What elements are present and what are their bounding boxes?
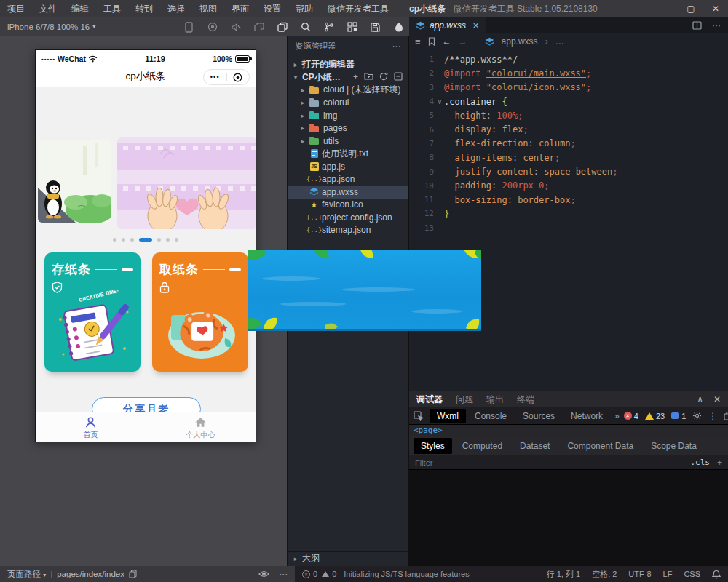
menu-select[interactable]: 选择 bbox=[160, 3, 192, 15]
cursor-position[interactable]: 行 1, 列 1 bbox=[547, 569, 580, 580]
file-project-config[interactable]: project.config.json bbox=[288, 211, 408, 224]
banner-image-main[interactable] bbox=[117, 137, 256, 229]
eye-icon[interactable] bbox=[258, 570, 269, 578]
cls-toggle[interactable]: .cls bbox=[690, 458, 710, 467]
menu-goto[interactable]: 转到 bbox=[128, 3, 160, 15]
error-badge[interactable]: ✕4 bbox=[624, 412, 638, 420]
menu-file[interactable]: 文件 bbox=[32, 3, 64, 15]
close-panel-icon[interactable]: ✕ bbox=[713, 394, 721, 404]
nav-forward-icon[interactable]: → bbox=[459, 36, 467, 47]
devtools-tab-sources[interactable]: Sources bbox=[515, 409, 562, 423]
maximize-button[interactable]: ▢ bbox=[678, 0, 703, 17]
more-menu-button[interactable]: ••• bbox=[204, 73, 226, 81]
inspect-icon[interactable] bbox=[414, 411, 424, 421]
menu-tools[interactable]: 工具 bbox=[96, 3, 128, 15]
file-sitemap-json[interactable]: sitemap.json bbox=[288, 224, 408, 237]
outline-list-icon[interactable]: ≡ bbox=[415, 36, 421, 47]
windows-icon[interactable] bbox=[253, 22, 264, 33]
devtools-menu-icon[interactable]: ⋮ bbox=[708, 411, 717, 421]
menu-settings[interactable]: 设置 bbox=[256, 3, 288, 15]
exit-target-button[interactable] bbox=[227, 72, 250, 83]
menu-help[interactable]: 帮助 bbox=[288, 3, 320, 15]
indentation[interactable]: 空格: 2 bbox=[592, 569, 617, 580]
folder-utils[interactable]: ▸ utils bbox=[288, 135, 408, 148]
close-button[interactable]: ✕ bbox=[703, 0, 728, 17]
wxml-page-tag[interactable]: <page> bbox=[414, 426, 443, 435]
file-app-json[interactable]: app.json bbox=[288, 173, 408, 186]
tab-problems[interactable]: 问题 bbox=[456, 394, 473, 406]
swiper-dot[interactable] bbox=[157, 238, 161, 242]
store-note-card[interactable]: 存纸条 CREATIVE TIME! bbox=[44, 252, 141, 372]
tab-terminal[interactable]: 终端 bbox=[517, 394, 534, 406]
breadcrumb-file[interactable]: app.wxss bbox=[502, 36, 538, 47]
bookmark-icon[interactable] bbox=[428, 37, 435, 46]
more-actions-icon[interactable]: ··· bbox=[712, 20, 721, 31]
statusbar-warnings[interactable]: 0 bbox=[322, 570, 336, 578]
bell-icon[interactable] bbox=[712, 570, 721, 579]
new-folder-icon[interactable] bbox=[364, 72, 373, 82]
statusbar-errors[interactable]: ✕0 bbox=[302, 570, 317, 578]
tab-output[interactable]: 输出 bbox=[486, 394, 504, 406]
device-selector[interactable]: iPhone 6/7/8 100% 16 ▾ bbox=[7, 23, 95, 31]
swiper-dot-active[interactable] bbox=[139, 238, 152, 242]
new-file-icon[interactable]: + bbox=[353, 72, 358, 82]
tab-dataset[interactable]: Dataset bbox=[513, 438, 557, 454]
wxml-tree-preview[interactable]: <page> bbox=[409, 425, 728, 436]
devtools-tab-wxml[interactable]: Wxml bbox=[430, 409, 466, 423]
tab-close-icon[interactable]: ✕ bbox=[472, 21, 479, 31]
menu-devtools[interactable]: 微信开发者工具 bbox=[320, 3, 396, 15]
search-icon[interactable] bbox=[300, 22, 311, 33]
swiper-dot[interactable] bbox=[166, 238, 170, 242]
menu-project[interactable]: 项目 bbox=[0, 3, 32, 15]
swiper-dot[interactable] bbox=[130, 238, 134, 242]
fold-chevron-icon[interactable]: ∨ bbox=[435, 98, 444, 105]
menu-interface[interactable]: 界面 bbox=[224, 3, 256, 15]
page-path-selector[interactable]: 页面路径 ▾ bbox=[7, 569, 46, 580]
tab-scope-data[interactable]: Scope Data bbox=[644, 438, 704, 454]
tab-computed[interactable]: Computed bbox=[455, 438, 510, 454]
banner-image-left[interactable] bbox=[38, 140, 111, 223]
more-tabs-icon[interactable]: » bbox=[612, 411, 622, 421]
swiper-dot[interactable] bbox=[175, 238, 178, 242]
more-icon[interactable]: ··· bbox=[280, 570, 288, 578]
breadcrumb-more[interactable]: … bbox=[555, 36, 564, 47]
file-readme-txt[interactable]: 使用说明.txt bbox=[288, 148, 408, 161]
copy-path-icon[interactable] bbox=[129, 570, 137, 578]
encoding[interactable]: UTF-8 bbox=[628, 570, 651, 578]
git-branch-icon[interactable] bbox=[323, 22, 334, 33]
open-editors-section[interactable]: ▸ 打开的编辑器 bbox=[288, 58, 408, 71]
folder-cloud[interactable]: ▸ cloud | (未选择环境) bbox=[288, 84, 408, 97]
swiper-dot[interactable] bbox=[113, 238, 116, 242]
clean-icon[interactable] bbox=[393, 22, 404, 33]
devtools-tab-console[interactable]: Console bbox=[467, 409, 514, 423]
split-editor-icon[interactable] bbox=[692, 21, 702, 30]
warning-badge[interactable]: 23 bbox=[645, 412, 665, 420]
swiper-dot[interactable] bbox=[122, 238, 125, 242]
devtools-settings-icon[interactable] bbox=[692, 411, 702, 420]
tab-profile[interactable]: 个人中心 bbox=[146, 412, 256, 442]
outline-section[interactable]: ▸ 大纲 bbox=[288, 551, 408, 565]
file-favicon-ico[interactable]: favicon.ico bbox=[288, 199, 408, 212]
nav-back-icon[interactable]: ← bbox=[443, 36, 451, 47]
folder-img[interactable]: ▸ img bbox=[288, 109, 408, 122]
folder-colorui[interactable]: ▸ colorui bbox=[288, 97, 408, 110]
styles-content[interactable] bbox=[409, 470, 728, 566]
refresh-icon[interactable] bbox=[379, 72, 388, 82]
tab-component-data[interactable]: Component Data bbox=[560, 438, 641, 454]
language-mode[interactable]: CSS bbox=[684, 570, 700, 578]
collapse-panel-icon[interactable]: ∧ bbox=[697, 394, 703, 404]
info-badge[interactable]: 1 bbox=[671, 412, 686, 420]
menu-edit[interactable]: 编辑 bbox=[64, 3, 96, 15]
mute-icon[interactable] bbox=[230, 22, 241, 33]
project-root[interactable]: ▾ CP小纸条... + bbox=[288, 71, 408, 84]
code-editor[interactable]: 1/**app.wxss**/ 2@import "colorui/main.w… bbox=[409, 49, 728, 391]
get-note-card[interactable]: 取纸条 bbox=[152, 252, 248, 372]
collapse-all-icon[interactable] bbox=[394, 72, 403, 82]
grid-icon[interactable] bbox=[347, 22, 357, 33]
devtools-tab-network[interactable]: Network bbox=[563, 409, 610, 423]
tab-app-wxss[interactable]: app.wxss ✕ bbox=[409, 17, 486, 33]
file-app-js[interactable]: app.js bbox=[288, 160, 408, 173]
eol-type[interactable]: LF bbox=[663, 570, 673, 578]
tab-debugger[interactable]: 调试器 bbox=[416, 394, 443, 406]
menu-view[interactable]: 视图 bbox=[192, 3, 224, 15]
